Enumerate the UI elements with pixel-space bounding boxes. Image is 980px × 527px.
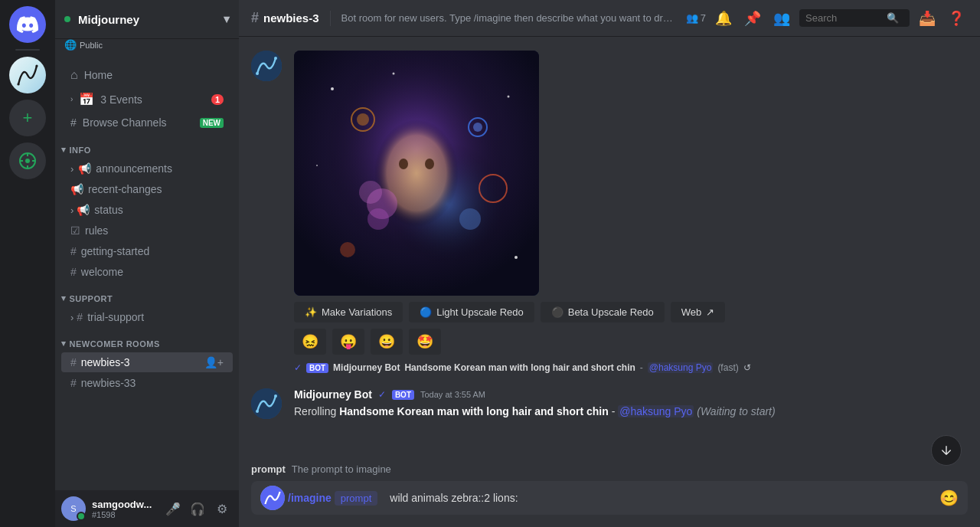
channel-label: rules [85,224,108,237]
beta-upscale-icon: ⚫ [551,306,564,318]
svg-point-0 [17,83,19,85]
add-server-button[interactable]: + [9,100,46,136]
web-button[interactable]: Web ↗ [671,302,726,322]
svg-point-5 [256,72,259,75]
category-arrow-icon-2: ▾ [61,293,67,303]
username: samgoodw... [92,499,156,510]
input-avatar [260,486,285,510]
channel-recent-changes[interactable]: 📢 recent-changes [61,179,233,199]
svg-point-14 [357,113,369,126]
megaphone-icon: 📢 [78,162,91,175]
channel-rules[interactable]: ☑ rules [61,221,233,241]
hash-icon-1: # [70,245,77,257]
separator: - [640,362,643,373]
reroll-text: Rerolling Handsome Korean man with long … [294,404,968,420]
make-variations-button[interactable]: ✨ Make Variations [294,302,403,322]
member-count-value: 7 [701,12,706,24]
scroll-to-bottom-button[interactable] [931,435,962,466]
nav-home[interactable]: ⌂ Home [61,64,233,87]
main-header: # newbies-3 Bot room for new users. Type… [239,0,980,37]
svg-point-29 [256,410,259,413]
light-upscale-redo-button[interactable]: 🔵 Light Upscale Redo [409,302,534,322]
notifications-button[interactable]: 🔔 [712,7,735,30]
header-divider [330,11,331,26]
channel-trial-support[interactable]: › # trial-support [61,307,233,327]
reroll-icon[interactable]: ↺ [743,362,751,373]
channel-newbies-33[interactable]: # newbies-33 [61,373,233,393]
category-newcomer-rooms[interactable]: ▾ NEWCOMER ROOMS [55,328,239,352]
reroll-status: (Waiting to start) [697,405,775,417]
help-button[interactable]: ❓ [945,7,968,30]
search-icon: 🔍 [887,12,899,24]
bot-avatar [251,51,282,81]
web-label: Web [681,306,702,318]
mention-inline: @haksung Pyo [648,362,714,373]
hash-icon-5: # [70,377,77,389]
generated-image [294,51,539,296]
server-header[interactable]: Midjourney ▾ [55,0,239,39]
discord-home-icon[interactable] [9,6,46,43]
main-content: # newbies-3 Bot room for new users. Type… [239,0,980,527]
emoji-reaction-1[interactable]: 😖 [294,329,326,355]
beta-upscale-redo-button[interactable]: ⚫ Beta Upscale Redo [541,302,665,322]
svg-point-19 [359,181,382,204]
mute-button[interactable]: 🎤 [162,498,184,519]
nav-events[interactable]: › 📅 3 Events 1 [61,87,233,111]
channel-status[interactable]: › 📢 status [61,200,233,220]
beta-upscale-redo-label: Beta Upscale Redo [568,306,654,318]
inbox-button[interactable]: 📥 [916,7,939,30]
emoji-reaction-2[interactable]: 😛 [332,329,364,355]
category-support[interactable]: ▾ SUPPORT [55,283,239,306]
reroll-prefix: Rerolling [294,405,339,417]
pin-button[interactable]: 📌 [741,7,764,30]
input-left: /imagine prompt [257,486,381,510]
nav-browse-channels[interactable]: # Browse Channels NEW [61,112,233,133]
search-input[interactable] [805,12,882,24]
category-arrow-icon: ▾ [61,145,67,155]
light-upscale-icon: 🔵 [420,306,432,318]
user-discriminator: #1598 [92,510,156,519]
reroll-author: Midjourney Bot [294,388,372,401]
prompt-keyword: prompt [251,463,286,475]
avatar-col [251,51,282,81]
input-area: /imagine prompt 😊 [239,481,980,527]
members-icon: 👥 [686,12,698,24]
input-segment-prompt: prompt [335,491,377,506]
settings-button[interactable]: ⚙ [211,498,233,519]
image-placeholder [294,51,539,296]
header-icons: 👥 7 🔔 📌 👥 🔍 📥 ❓ [686,7,968,30]
inline-author: Midjourney Bot [333,362,400,373]
speed-tag: (fast) [717,362,738,373]
message-content: ✨ Make Variations 🔵 Light Upscale Redo ⚫… [294,51,968,355]
channel-announcements[interactable]: › 📢 announcements [61,159,233,178]
channel-description: Bot room for new users. Type /imagine th… [341,12,677,24]
external-link-icon: ↗ [706,306,714,318]
members-list-button[interactable]: 👥 [770,7,793,30]
user-controls: 🎤 🎧 ⚙ [162,498,233,519]
server-name: Midjourney [78,13,139,26]
online-status-indicator [77,512,86,521]
deafen-button[interactable]: 🎧 [187,498,208,519]
emoji-reaction-4[interactable]: 🤩 [409,329,441,355]
category-support-label: SUPPORT [70,294,113,303]
svg-point-3 [25,159,30,163]
light-upscale-redo-label: Light Upscale Redo [436,306,523,318]
explore-servers-button[interactable] [9,142,46,179]
image-message: ✨ Make Variations 🔵 Light Upscale Redo ⚫… [251,49,968,356]
server-icon-midjourney[interactable] [9,57,46,93]
emoji-reaction-3[interactable]: 😀 [371,329,403,355]
bot-avatar-2 [251,388,282,419]
emoji-picker-button[interactable]: 😊 [936,486,962,510]
reroll-separator: - [612,405,619,417]
channel-welcome[interactable]: # welcome [61,262,233,282]
channel-newbies-3[interactable]: # newbies-3 👤+ [61,352,233,372]
reroll-message: Midjourney Bot ✓ BOT Today at 3:55 AM Re… [251,385,968,423]
reroll-header: Midjourney Bot ✓ BOT Today at 3:55 AM [294,388,968,401]
add-member-icon[interactable]: 👤+ [204,356,224,368]
channel-label: newbies-3 [81,356,130,368]
channel-getting-started[interactable]: # getting-started [61,241,233,261]
category-info[interactable]: ▾ INFO [55,134,239,158]
text-input[interactable] [387,486,930,510]
search-box[interactable]: 🔍 [799,9,910,27]
channel-list: ⌂ Home › 📅 3 Events 1 # Browse Channels … [55,57,239,490]
